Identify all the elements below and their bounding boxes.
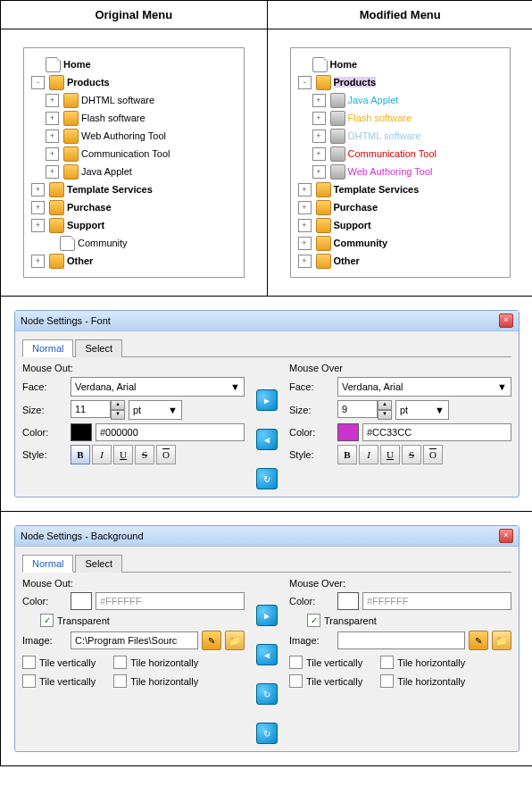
sync-icon[interactable]: ↻ (256, 468, 278, 489)
copy-left-icon[interactable]: ◄ (256, 429, 278, 450)
modified-tree: Home-Products+Java Applet+Flash software… (290, 47, 511, 278)
transparent-checkbox[interactable] (40, 614, 54, 627)
tree-item[interactable]: +Support (31, 216, 237, 234)
expand-icon[interactable]: + (46, 130, 59, 143)
expand-icon[interactable]: + (312, 165, 326, 179)
expand-icon[interactable]: + (298, 219, 312, 232)
tree-item[interactable]: +DHTML software (298, 127, 503, 145)
color-swatch[interactable] (71, 423, 92, 441)
tree-item[interactable]: +Web Authoring Tool (298, 163, 503, 180)
edit-image-icon[interactable]: ✎ (469, 631, 488, 650)
expand-icon[interactable]: + (312, 147, 326, 161)
tree-item[interactable]: +Communication Tool (298, 145, 503, 163)
copy-right-icon[interactable]: ► (256, 605, 278, 626)
color-swatch[interactable] (337, 423, 359, 441)
sync-icon[interactable]: ↻ (256, 723, 278, 744)
bold-button[interactable]: B (337, 445, 357, 464)
expand-icon[interactable]: + (31, 255, 45, 268)
expand-icon[interactable]: + (31, 201, 45, 214)
tree-item[interactable]: +DHTML software (31, 91, 237, 109)
strike-button[interactable]: S (135, 445, 154, 464)
tree-item[interactable]: Home (31, 55, 237, 73)
unit-select[interactable]: pt▼ (129, 400, 182, 420)
image-path-input[interactable]: C:\Program Files\Sourc (71, 631, 198, 649)
tab-select[interactable]: Select (75, 339, 122, 357)
image-path-input[interactable] (337, 631, 465, 649)
copy-left-icon[interactable]: ◄ (256, 644, 278, 665)
unit-select[interactable]: pt▼ (395, 400, 449, 420)
tab-normal[interactable]: Normal (22, 339, 73, 357)
expand-icon[interactable]: + (298, 183, 312, 196)
strike-button[interactable]: S (402, 445, 421, 464)
close-icon[interactable]: × (499, 529, 513, 543)
italic-button[interactable]: I (92, 445, 112, 464)
expand-icon[interactable]: + (298, 201, 312, 214)
expand-icon[interactable]: + (31, 183, 45, 196)
transparent-checkbox[interactable] (307, 614, 320, 627)
tree-item[interactable]: +Flash software (298, 109, 503, 127)
expand-icon[interactable]: + (46, 94, 59, 107)
tree-item[interactable]: +Purchase (298, 198, 503, 216)
copy-right-icon[interactable]: ► (256, 389, 278, 411)
tree-item[interactable]: Home (298, 55, 503, 73)
expand-icon[interactable]: + (312, 112, 326, 125)
browse-icon[interactable]: 📁 (492, 631, 511, 650)
size-spinner[interactable]: 11▲▼ (71, 400, 125, 420)
tree-item[interactable]: +Java Applet (298, 91, 503, 109)
tree-item[interactable]: +Purchase (31, 198, 237, 216)
expand-icon[interactable]: + (312, 130, 326, 143)
expand-icon[interactable]: + (298, 237, 312, 250)
expand-icon[interactable]: + (46, 112, 59, 125)
tree-item[interactable]: +Communication Tool (31, 145, 237, 163)
expand-icon[interactable]: + (46, 147, 59, 161)
expand-icon[interactable]: - (298, 76, 312, 89)
expand-icon[interactable]: + (298, 255, 312, 268)
tab-select[interactable]: Select (75, 555, 122, 573)
tree-item[interactable]: -Products (298, 73, 503, 91)
expand-icon[interactable]: - (31, 76, 45, 89)
tree-item[interactable]: -Products (31, 73, 237, 91)
tree-item[interactable]: +Other (298, 252, 503, 270)
tree-item[interactable]: +Flash software (31, 109, 237, 127)
italic-button[interactable]: I (359, 445, 378, 464)
color-swatch[interactable] (71, 592, 92, 610)
tileh-checkbox[interactable] (113, 674, 127, 688)
tilev-checkbox[interactable] (289, 656, 303, 669)
color-swatch[interactable] (337, 592, 359, 610)
overline-button[interactable]: O (156, 445, 176, 464)
tree-item[interactable]: +Support (298, 216, 503, 234)
color-input[interactable]: #FFFFFF (362, 592, 511, 610)
tileh-checkbox[interactable] (380, 656, 394, 669)
tree-item[interactable]: +Java Applet (31, 163, 237, 180)
underline-button[interactable]: U (380, 445, 400, 464)
edit-image-icon[interactable]: ✎ (202, 631, 221, 650)
color-input[interactable]: #FFFFFF (96, 592, 245, 610)
overline-button[interactable]: O (423, 445, 443, 464)
tileh-checkbox[interactable] (380, 674, 394, 688)
tree-item[interactable]: +Template Services (298, 180, 503, 198)
mouseover-label: Mouse Over: (289, 578, 511, 589)
expand-icon[interactable]: + (312, 94, 326, 107)
expand-icon[interactable]: + (46, 165, 59, 179)
tree-item[interactable]: +Template Services (31, 180, 237, 198)
expand-icon[interactable]: + (31, 219, 45, 232)
color-input[interactable]: #000000 (96, 423, 245, 441)
tab-normal[interactable]: Normal (22, 555, 73, 573)
underline-button[interactable]: U (113, 445, 133, 464)
face-select[interactable]: Verdana, Arial▼ (71, 377, 245, 397)
tree-item[interactable]: +Community (298, 234, 503, 252)
size-spinner[interactable]: 9▲▼ (337, 400, 392, 420)
browse-icon[interactable]: 📁 (225, 631, 245, 650)
tilev-checkbox[interactable] (289, 674, 303, 688)
sync-icon[interactable]: ↻ (256, 683, 278, 705)
tree-item[interactable]: +Other (31, 252, 237, 270)
bold-button[interactable]: B (71, 445, 90, 464)
tileh-checkbox[interactable] (113, 656, 127, 669)
tilev-checkbox[interactable] (22, 674, 36, 688)
tilev-checkbox[interactable] (22, 656, 36, 669)
face-select[interactable]: Verdana, Arial▼ (337, 377, 511, 397)
tree-item[interactable]: +Web Authoring Tool (31, 127, 237, 145)
color-input[interactable]: #CC33CC (362, 423, 511, 441)
tree-item[interactable]: Community (31, 234, 237, 252)
close-icon[interactable]: × (499, 314, 513, 328)
